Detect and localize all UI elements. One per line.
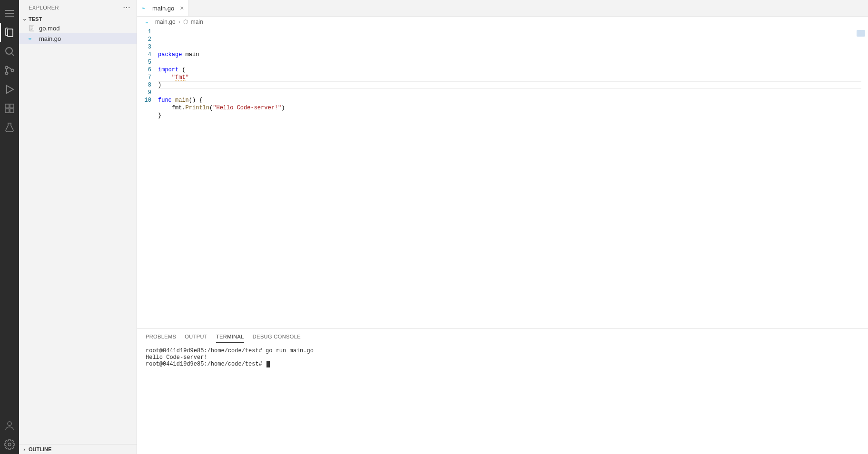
svg-point-6: [6, 72, 8, 75]
svg-rect-12: [10, 104, 14, 108]
breadcrumb-separator-icon: ›: [178, 19, 180, 25]
file-label: main.go: [39, 35, 61, 42]
code-line[interactable]: import (: [158, 66, 868, 74]
svg-point-15: [8, 443, 11, 446]
svg-marker-8: [7, 86, 13, 93]
breadcrumb-symbol: main: [191, 19, 203, 25]
tab-bar: ∞ main.go ×: [137, 0, 868, 17]
app-root: EXPLORER ⋯ ⌄ TEST go.mod∞main.go › OUTLI…: [0, 0, 868, 454]
line-number: 10: [137, 97, 151, 104]
code-area[interactable]: package mainimport ( "fmt")func main() {…: [158, 27, 868, 328]
project-folder[interactable]: ⌄ TEST: [19, 15, 137, 23]
line-number: 1: [137, 28, 151, 36]
outline-label: OUTLINE: [29, 446, 51, 452]
panel-tabs: PROBLEMSOUTPUTTERMINALDEBUG CONSOLE: [137, 329, 868, 343]
code-line[interactable]: "fmt": [158, 74, 868, 81]
symbol-icon: ⬡: [183, 19, 188, 25]
line-number: 6: [137, 66, 151, 74]
svg-rect-11: [10, 109, 14, 113]
svg-line-4: [12, 54, 14, 56]
terminal-cursor: [266, 361, 270, 367]
terminal-line: root@0441d19d9e85:/home/code/test# go ru…: [146, 348, 859, 354]
line-number: 8: [137, 81, 151, 89]
terminal[interactable]: root@0441d19d9e85:/home/code/test# go ru…: [137, 343, 868, 454]
extensions-icon[interactable]: [0, 99, 19, 118]
code-line[interactable]: fmt.Println("Hello Code-server!"): [158, 104, 868, 112]
project-name: TEST: [29, 16, 42, 22]
panel-tab-terminal[interactable]: TERMINAL: [216, 332, 244, 343]
code-line[interactable]: [158, 89, 868, 97]
go-file-icon: ∞: [146, 19, 152, 25]
line-number: 3: [137, 43, 151, 51]
svg-text:∞: ∞: [142, 6, 145, 10]
line-number: 4: [137, 51, 151, 58]
file-tree: ⌄ TEST go.mod∞main.go: [19, 15, 137, 444]
code-line[interactable]: func main() {: [158, 97, 868, 104]
text-file-icon: [29, 24, 36, 32]
line-number: 2: [137, 36, 151, 43]
svg-text:∞: ∞: [146, 21, 148, 24]
activity-bar: [0, 0, 19, 454]
svg-point-3: [6, 48, 12, 54]
svg-rect-9: [5, 104, 9, 108]
line-gutter: 12345678910: [137, 27, 158, 328]
svg-point-14: [8, 422, 11, 425]
tab-main-go[interactable]: ∞ main.go ×: [137, 0, 189, 16]
svg-rect-10: [5, 109, 9, 113]
code-line[interactable]: package main: [158, 51, 868, 58]
breadcrumbs[interactable]: ∞ main.go › ⬡ main: [137, 17, 868, 27]
file-item-main-go[interactable]: ∞main.go: [19, 33, 137, 44]
file-item-go-mod[interactable]: go.mod: [19, 23, 137, 33]
run-debug-icon[interactable]: [0, 80, 19, 99]
go-file-icon: ∞: [29, 35, 36, 42]
close-icon[interactable]: ×: [180, 4, 184, 12]
accounts-icon[interactable]: [0, 416, 19, 435]
code-line[interactable]: [158, 119, 868, 127]
chevron-down-icon: ⌄: [21, 16, 28, 22]
chevron-right-icon: ›: [21, 446, 28, 452]
line-number: 9: [137, 89, 151, 97]
terminal-line: Hello Code-server!: [146, 354, 859, 361]
minimap[interactable]: [857, 30, 865, 37]
code-line[interactable]: }: [158, 112, 868, 119]
source-control-icon[interactable]: [0, 61, 19, 80]
code-line[interactable]: [158, 58, 868, 66]
testing-icon[interactable]: [0, 118, 19, 137]
explorer-header: EXPLORER ⋯: [19, 0, 137, 15]
panel-tab-debug-console[interactable]: DEBUG CONSOLE: [253, 332, 301, 343]
search-icon[interactable]: [0, 42, 19, 61]
editor-group: ∞ main.go × ∞ main.go › ⬡ main 123456789…: [137, 0, 868, 454]
go-file-icon: ∞: [142, 4, 149, 12]
file-label: go.mod: [39, 25, 59, 32]
code-editor[interactable]: 12345678910 package mainimport ( "fmt")f…: [137, 27, 868, 328]
line-number: 5: [137, 58, 151, 66]
explorer-icon[interactable]: [0, 23, 19, 42]
bottom-panel: PROBLEMSOUTPUTTERMINALDEBUG CONSOLE root…: [137, 328, 868, 454]
svg-point-5: [6, 67, 8, 69]
terminal-line: root@0441d19d9e85:/home/code/test#: [146, 361, 859, 367]
menu-icon[interactable]: [0, 4, 19, 23]
panel-tab-problems[interactable]: PROBLEMS: [146, 332, 176, 343]
explorer-title: EXPLORER: [29, 5, 59, 10]
explorer-more-icon[interactable]: ⋯: [123, 3, 131, 12]
svg-text:∞: ∞: [29, 37, 31, 41]
code-line[interactable]: ): [158, 81, 868, 89]
panel-tab-output[interactable]: OUTPUT: [185, 332, 207, 343]
outline-section[interactable]: › OUTLINE: [19, 444, 137, 454]
explorer-sidebar: EXPLORER ⋯ ⌄ TEST go.mod∞main.go › OUTLI…: [19, 0, 137, 454]
line-number: 7: [137, 74, 151, 81]
settings-gear-icon[interactable]: [0, 435, 19, 454]
svg-point-7: [11, 69, 14, 72]
tab-label: main.go: [152, 5, 174, 12]
breadcrumb-file: main.go: [155, 19, 176, 25]
